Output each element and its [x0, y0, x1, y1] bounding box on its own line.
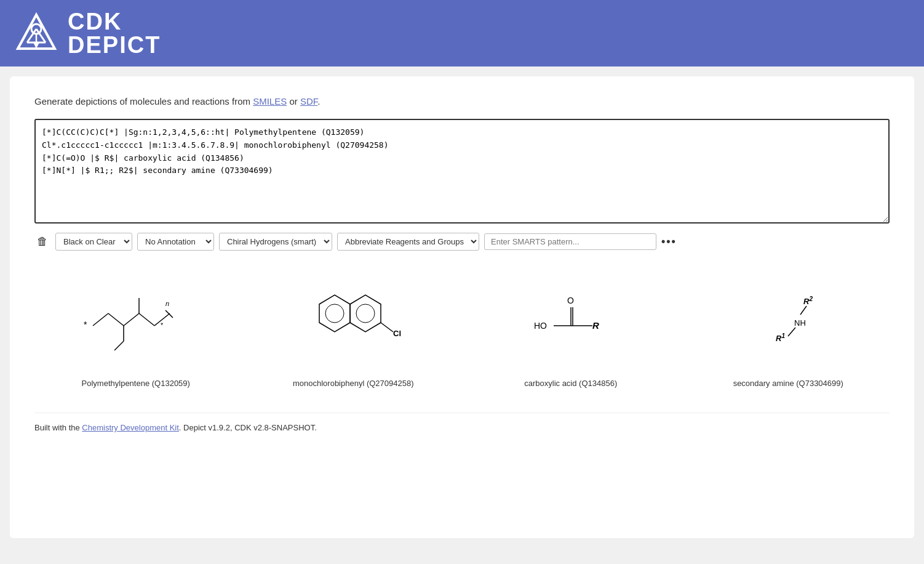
svg-marker-19	[319, 295, 350, 332]
svg-text:R2: R2	[803, 296, 813, 307]
svg-text:O: O	[567, 296, 574, 305]
main-content: Generate depictions of molecules and rea…	[10, 76, 914, 538]
svg-text:n: n	[165, 300, 169, 307]
svg-line-7	[93, 313, 108, 326]
molecules-grid: * n * Polymethylpentene (Q132059)	[34, 270, 890, 388]
footer: Built with the Chemistry Development Kit…	[34, 413, 890, 432]
svg-line-10	[139, 313, 154, 326]
smiles-link[interactable]: SMILES	[253, 96, 287, 107]
molecule-card-1: * n * Polymethylpentene (Q132059)	[34, 270, 237, 388]
svg-point-22	[356, 304, 375, 323]
intro-text-before: Generate depictions of molecules and rea…	[34, 96, 253, 107]
svg-line-12	[114, 341, 124, 350]
molecule-image-1: * n *	[34, 270, 237, 369]
cdk-link[interactable]: Chemistry Development Kit	[82, 423, 179, 432]
svg-text:R1: R1	[776, 332, 785, 344]
color-scheme-select[interactable]: Black on Clear White on Black Colored	[55, 233, 132, 251]
abbreviation-select[interactable]: Abbreviate Reagents and Groups No Abbrev…	[337, 233, 479, 251]
footer-text-after: . Depict v1.9.2, CDK v2.8-SNAPSHOT.	[179, 423, 317, 432]
molecule-image-4: R2 NH R1	[687, 270, 890, 369]
title-line2: DEPICT	[68, 32, 161, 58]
svg-line-8	[108, 313, 124, 326]
title-line1: CDK	[68, 9, 122, 34]
app-title: CDK DEPICT	[68, 10, 161, 57]
annotation-select[interactable]: No Annotation Atom Numbers Map Numbers	[137, 233, 214, 251]
svg-text:HO: HO	[534, 321, 547, 331]
molecule-card-2: Cl monochlorobiphenyl (Q27094258)	[252, 270, 455, 388]
svg-line-9	[124, 313, 139, 326]
svg-text:NH: NH	[794, 318, 806, 328]
molecule-card-3: HO O R carboxylic acid (Q134856)	[469, 270, 672, 388]
svg-line-23	[381, 323, 393, 332]
more-options-button[interactable]: •••	[661, 235, 677, 248]
intro-text-middle: or	[287, 96, 300, 107]
svg-text:*: *	[161, 321, 164, 329]
molecule-label-3: carboxylic acid (Q134856)	[524, 379, 617, 388]
footer-text-before: Built with the	[34, 423, 82, 432]
molecule-label-1: Polymethylpentene (Q132059)	[82, 379, 190, 388]
svg-line-34	[800, 306, 807, 315]
molecule-image-2: Cl	[252, 270, 455, 369]
svg-point-20	[325, 304, 344, 323]
svg-line-15	[165, 310, 173, 318]
smiles-input[interactable]	[34, 119, 890, 224]
hydrogen-select[interactable]: Chiral Hydrogens (smart) All Hydrogens N…	[219, 233, 332, 251]
intro-text-after: .	[317, 96, 320, 107]
svg-text:R: R	[592, 320, 599, 331]
sdf-link[interactable]: SDF	[300, 96, 317, 107]
smarts-input[interactable]	[484, 233, 656, 250]
svg-marker-21	[350, 295, 381, 332]
molecule-image-3: HO O R	[469, 270, 672, 369]
toolbar: 🗑 Black on Clear White on Black Colored …	[34, 233, 890, 251]
app-header: CDK DEPICT	[0, 0, 924, 66]
clear-button[interactable]: 🗑	[34, 233, 50, 251]
molecule-label-2: monochlorobiphenyl (Q27094258)	[293, 379, 414, 388]
cdk-logo-icon	[15, 12, 58, 55]
intro-paragraph: Generate depictions of molecules and rea…	[34, 96, 890, 107]
svg-line-36	[788, 328, 795, 336]
svg-text:*: *	[84, 320, 87, 329]
svg-text:Cl: Cl	[393, 329, 401, 338]
molecule-card-4: R2 NH R1 secondary amine (Q73304699)	[687, 270, 890, 388]
molecule-label-4: secondary amine (Q73304699)	[733, 379, 843, 388]
